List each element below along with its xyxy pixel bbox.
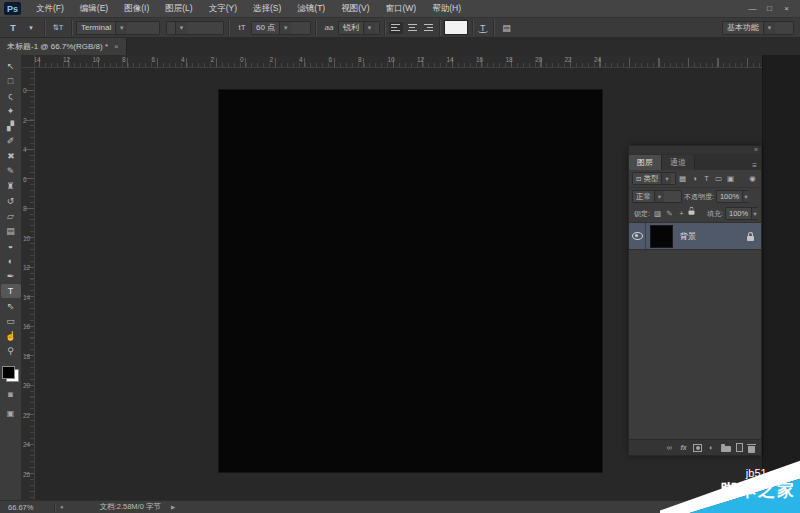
- fill-select[interactable]: 100% ▼: [725, 207, 758, 220]
- history-brush-tool[interactable]: ↺: [1, 194, 21, 208]
- document-title: 未标题-1 @ 66.7%(RGB/8) *: [7, 41, 108, 52]
- gradient-tool[interactable]: ▤: [1, 224, 21, 238]
- text-color-swatch[interactable]: [444, 20, 468, 35]
- lock-paint-icon[interactable]: ✎: [664, 207, 675, 220]
- adjustment-layer-icon[interactable]: ◐: [707, 442, 716, 453]
- filter-toggle-icon[interactable]: ◉: [747, 172, 758, 185]
- canvas[interactable]: [219, 90, 602, 472]
- type-filter-icon[interactable]: T: [701, 172, 712, 185]
- pen-tool[interactable]: ✒: [1, 269, 21, 283]
- crop-tool[interactable]: ▞: [1, 119, 21, 133]
- warp-text-icon[interactable]: T: [477, 23, 489, 33]
- anti-alias-select[interactable]: 锐利 ▼: [338, 21, 380, 35]
- healing-brush-tool[interactable]: ✚: [1, 149, 21, 163]
- panel-tabs: 图层通道≡: [629, 154, 761, 170]
- window-controls: —□×: [744, 2, 795, 15]
- path-selection-tool[interactable]: ⇖: [1, 299, 21, 313]
- menu-item-6[interactable]: 滤镜(T): [289, 1, 333, 17]
- menu-item-2[interactable]: 图像(I): [116, 1, 157, 17]
- maximize-button[interactable]: □: [761, 2, 778, 15]
- main-area: ↖□ς✦▞✐✚✎♜↺▱▤◒◐✒T⇖▭☝⚲◙▣ 14121086420246810…: [0, 55, 800, 500]
- menu-item-1[interactable]: 编辑(E): [72, 1, 116, 17]
- tool-preset-icon[interactable]: T: [4, 21, 22, 35]
- minimize-button[interactable]: —: [744, 2, 761, 15]
- ruler-label: 22: [565, 56, 572, 63]
- menu-item-4[interactable]: 文字(Y): [201, 1, 245, 17]
- adjustment-filter-icon[interactable]: ◑: [689, 172, 700, 185]
- filter-kind-select[interactable]: ⊡ 类型 ▼: [632, 172, 676, 185]
- shape-filter-icon[interactable]: ▭: [713, 172, 724, 185]
- quick-mask-icon[interactable]: ◙: [1, 388, 21, 401]
- menu-item-8[interactable]: 窗口(W): [378, 1, 425, 17]
- pixel-filter-icon[interactable]: ▦: [677, 172, 688, 185]
- workspace: 1412108642024681012141618202224 20246810…: [22, 55, 800, 500]
- lock-move-icon[interactable]: +: [676, 207, 687, 220]
- ruler-label: 8: [23, 205, 27, 212]
- lock-all-icon[interactable]: [688, 210, 694, 214]
- eraser-tool[interactable]: ▱: [1, 209, 21, 223]
- menubar: 文件(F)编辑(E)图像(I)图层(L)文字(Y)选择(S)滤镜(T)视图(V)…: [28, 1, 469, 17]
- chevron-down-icon: ▼: [763, 22, 775, 34]
- lasso-tool[interactable]: ς: [1, 89, 21, 103]
- link-layers-icon[interactable]: ∞: [665, 442, 674, 453]
- panel-menu-icon[interactable]: ≡: [752, 161, 757, 170]
- rectangular-marquee-tool[interactable]: □: [1, 74, 21, 88]
- delete-layer-icon[interactable]: [748, 446, 755, 453]
- status-bar: 66.67% ● 文档:2.58M/0 字节 ▶: [0, 500, 800, 513]
- new-layer-icon[interactable]: [736, 443, 743, 452]
- color-swatches[interactable]: [2, 366, 19, 382]
- close-button[interactable]: ×: [778, 2, 795, 15]
- status-options-arrow-icon[interactable]: ▶: [171, 504, 175, 510]
- lock-icon: [747, 236, 754, 241]
- ruler-label: 12: [23, 264, 30, 271]
- toggle-panels-icon[interactable]: ▤: [498, 21, 516, 35]
- move-tool[interactable]: ↖: [1, 59, 21, 73]
- opacity-select[interactable]: 100% ▼: [716, 190, 749, 203]
- type-tool[interactable]: T: [1, 284, 21, 298]
- menu-item-5[interactable]: 选择(S): [245, 1, 289, 17]
- new-group-icon[interactable]: [721, 446, 731, 452]
- hand-tool[interactable]: ☝: [1, 329, 21, 343]
- document-tab[interactable]: 未标题-1 @ 66.7%(RGB/8) * ×: [0, 38, 127, 55]
- collapse-dock-icon[interactable]: »: [754, 147, 758, 153]
- screen-mode-icon[interactable]: ▣: [1, 407, 21, 420]
- workspace-switcher[interactable]: 基本功能 ▼: [722, 21, 794, 35]
- layer-style-icon[interactable]: fx: [679, 442, 688, 453]
- zoom-level-field[interactable]: 66.67%: [0, 503, 54, 512]
- menu-item-0[interactable]: 文件(F): [28, 1, 72, 17]
- clone-stamp-tool[interactable]: ♜: [1, 179, 21, 193]
- visibility-cell[interactable]: [629, 223, 646, 249]
- align-center-icon[interactable]: [405, 22, 419, 34]
- eyedropper-tool[interactable]: ✐: [1, 134, 21, 148]
- foreground-color-swatch[interactable]: [2, 366, 15, 379]
- text-orientation-icon[interactable]: ⇅T: [49, 21, 67, 35]
- panel-tab-通道[interactable]: 通道: [662, 155, 695, 170]
- eye-icon[interactable]: [632, 232, 643, 240]
- rectangle-tool[interactable]: ▭: [1, 314, 21, 328]
- menu-item-3[interactable]: 图层(L): [157, 1, 200, 17]
- menu-item-9[interactable]: 帮助(H): [424, 1, 469, 17]
- zoom-tool[interactable]: ⚲: [1, 344, 21, 358]
- font-family-select[interactable]: Terminal ▼: [76, 21, 160, 35]
- fill-value: 100%: [729, 209, 748, 218]
- dodge-tool[interactable]: ◐: [1, 254, 21, 268]
- font-style-select[interactable]: ▼: [166, 21, 224, 35]
- quick-selection-tool[interactable]: ✦: [1, 104, 21, 118]
- font-size-select[interactable]: 60 点 ▼: [251, 21, 311, 35]
- lock-transparency-icon[interactable]: ▨: [652, 207, 663, 220]
- chevron-down-icon: ▼: [115, 22, 127, 34]
- align-left-icon[interactable]: [389, 22, 403, 34]
- tool-preset-arrow-icon[interactable]: ▾: [22, 21, 40, 35]
- blend-mode-select[interactable]: 正常 ▼: [632, 190, 682, 203]
- blur-tool[interactable]: ◒: [1, 239, 21, 253]
- layer-row[interactable]: 背景: [629, 223, 761, 250]
- separator: [493, 20, 494, 36]
- ruler-corner: [22, 55, 35, 68]
- close-tab-icon[interactable]: ×: [114, 42, 119, 51]
- smart-object-filter-icon[interactable]: ▣: [725, 172, 736, 185]
- panel-tab-图层[interactable]: 图层: [629, 155, 662, 170]
- brush-tool[interactable]: ✎: [1, 164, 21, 178]
- align-right-icon[interactable]: [421, 22, 435, 34]
- add-layer-mask-icon[interactable]: [693, 444, 702, 452]
- menu-item-7[interactable]: 视图(V): [333, 1, 377, 17]
